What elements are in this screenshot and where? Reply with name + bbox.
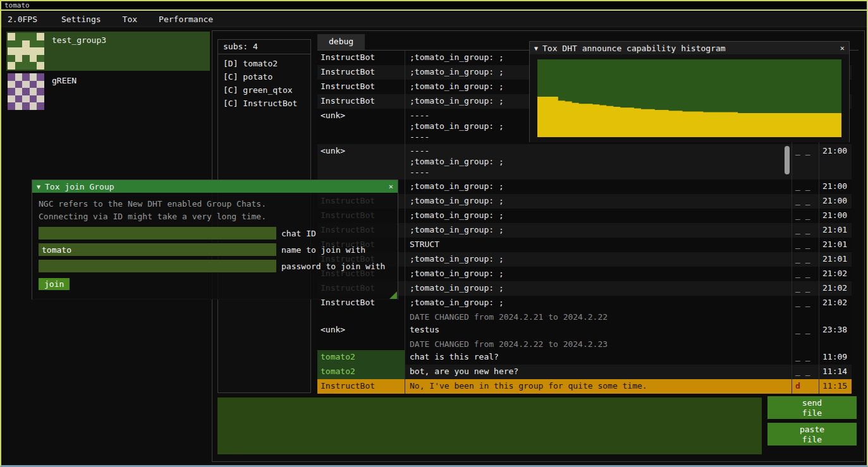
- chat-timestamp: 21:01: [819, 252, 852, 267]
- group-avatar: [8, 73, 44, 110]
- chat-timestamp: 21:02: [819, 296, 852, 310]
- subs-member-InstructBot[interactable]: [C] InstructBot: [218, 97, 310, 110]
- chat-row: tomato2bot, are you new here?_ _11:14: [317, 365, 852, 379]
- close-icon[interactable]: ✕: [389, 182, 393, 191]
- chat-message: ;tomato_in_group: ;: [405, 223, 792, 238]
- chat-message: DATE CHANGED from 2024.2.21 to 2024.2.22: [405, 310, 792, 323]
- chat-status: _ _: [792, 267, 819, 281]
- date-changed-row: DATE CHANGED from 2024.2.21 to 2024.2.22: [317, 310, 852, 323]
- chat-timestamp: [819, 310, 852, 323]
- group-avatar: [8, 33, 44, 70]
- join-help-line: Connecting via ID might take a very long…: [39, 210, 391, 223]
- join-fields: chat IDname to join withpassword to join…: [39, 227, 391, 272]
- tab-debug[interactable]: debug: [317, 34, 365, 50]
- join-field-row: name to join with: [39, 243, 391, 256]
- menu-item-performance[interactable]: Performance: [150, 12, 222, 27]
- group-item-test_group3[interactable]: test_group3: [6, 32, 210, 71]
- histogram-window: ▼ Tox DHT announce capability histogram …: [529, 41, 850, 142]
- chat-timestamp: 21:01: [819, 238, 852, 252]
- subs-list: [D] tomato2[C] potato[C] green_qtox[C] I…: [218, 54, 310, 110]
- window-title: tomato: [4, 1, 30, 9]
- chat-timestamp: 11:15: [819, 379, 852, 394]
- chat-status: _ _: [792, 323, 819, 337]
- chat-timestamp: 21:01: [819, 223, 852, 238]
- chat-sender: [317, 310, 405, 323]
- chat-timestamp: 23:38: [819, 323, 852, 337]
- chat-sender: tomato2: [317, 350, 405, 365]
- subs-member-green_qtox[interactable]: [C] green_qtox: [218, 83, 310, 97]
- dht-capability-histogram: [537, 59, 841, 137]
- fps-counter: 2.0FPS: [1, 12, 44, 27]
- chat-message: ;tomato_in_group: ;: [405, 209, 792, 223]
- window-titlebar[interactable]: tomato: [1, 1, 867, 11]
- join-field-chat-ID[interactable]: [39, 227, 276, 240]
- chat-message: ;tomato_in_group: ;: [405, 267, 792, 281]
- paste-file-button[interactable]: paste file: [767, 423, 857, 446]
- subs-member-potato[interactable]: [C] potato: [218, 70, 310, 83]
- join-field-password-to-join-with[interactable]: [39, 260, 276, 272]
- chat-timestamp: 21:02: [819, 267, 852, 281]
- chat-timestamp: 21:00: [819, 194, 852, 209]
- menu-item-tox[interactable]: Tox: [114, 12, 146, 27]
- chat-status: _ _: [792, 179, 819, 194]
- chat-message: testus: [405, 323, 792, 337]
- chat-sender: <unk>: [317, 323, 405, 337]
- chat-message: ;tomato_in_group: ;: [405, 252, 792, 267]
- join-field-label: chat ID: [281, 229, 316, 238]
- group-item-gREEN[interactable]: gREEN: [6, 72, 210, 111]
- chat-row: <unk>testus_ _23:38: [317, 323, 852, 337]
- histogram-window-titlebar[interactable]: ▼ Tox DHT announce capability histogram …: [530, 42, 849, 54]
- app-window: tomato 2.0FPS SettingsToxPerformance tes…: [0, 0, 868, 467]
- join-button[interactable]: join: [39, 278, 70, 290]
- join-field-row: password to join with: [39, 260, 391, 272]
- chat-timestamp: 21:02: [819, 281, 852, 296]
- chat-row: tomato2chat is this real?_ _11:09: [317, 350, 852, 365]
- join-field-name-to-join-with[interactable]: [39, 243, 276, 256]
- subs-member-tomato2[interactable]: [D] tomato2: [218, 57, 310, 70]
- chat-sender: [317, 337, 405, 350]
- chat-status: d: [792, 379, 819, 394]
- chat-message: bot, are you new here?: [405, 365, 792, 379]
- join-field-label: name to join with: [281, 245, 365, 255]
- chat-sender: InstructBot: [317, 65, 405, 80]
- chat-message: ;tomato_in_group: ;: [405, 194, 792, 209]
- collapse-arrow-icon[interactable]: ▼: [37, 183, 40, 190]
- join-group-window-body: NGC refers to the New DHT enabled Group …: [32, 193, 398, 300]
- join-group-window-titlebar[interactable]: ▼ Tox join Group ✕: [32, 180, 398, 193]
- chat-timestamp: 11:09: [819, 350, 852, 365]
- chat-row: InstructBotNo, I've been in this group f…: [317, 379, 852, 394]
- chat-status: [792, 337, 819, 350]
- chat-sender: InstructBot: [317, 379, 405, 394]
- chat-timestamp: 11:14: [819, 365, 852, 379]
- chat-sender: <unk>: [317, 109, 405, 144]
- chat-message: chat is this real?: [405, 350, 792, 365]
- chat-message: ---- ;tomato_in_group: ; ----: [405, 144, 792, 179]
- message-input[interactable]: [217, 397, 762, 454]
- send-file-button[interactable]: send file: [767, 396, 857, 419]
- collapse-arrow-icon[interactable]: ▼: [534, 45, 538, 52]
- menu-items: SettingsToxPerformance: [52, 12, 226, 27]
- chat-message: ;tomato_in_group: ;: [405, 296, 792, 310]
- chat-status: [792, 310, 819, 323]
- join-field-label: password to join with: [281, 262, 385, 271]
- join-group-window-title: Tox join Group: [45, 182, 114, 191]
- chat-status: _ _: [792, 194, 819, 209]
- chat-message: DATE CHANGED from 2024.2.22 to 2024.2.23: [405, 337, 792, 350]
- join-group-window: ▼ Tox join Group ✕ NGC refers to the New…: [32, 179, 398, 300]
- chat-status: _ _: [792, 238, 819, 252]
- chat-timestamp: 21:00: [819, 209, 852, 223]
- chat-sender: tomato2: [317, 365, 405, 379]
- resize-grip[interactable]: [389, 291, 397, 299]
- menu-item-settings[interactable]: Settings: [52, 12, 110, 27]
- chat-scrollbar-thumb[interactable]: [785, 146, 790, 174]
- chat-row: <unk>---- ;tomato_in_group: ; ----_ _21:…: [317, 144, 852, 179]
- menu-bar: 2.0FPS SettingsToxPerformance: [1, 12, 867, 27]
- chat-message: No, I've been in this group for quite so…: [405, 379, 792, 394]
- chat-sender: <unk>: [317, 144, 405, 179]
- close-icon[interactable]: ✕: [840, 44, 845, 52]
- chat-status: _ _: [792, 209, 819, 223]
- chat-status: _ _: [792, 350, 819, 365]
- chat-timestamp: 21:00: [819, 144, 852, 179]
- chat-sender: InstructBot: [317, 94, 405, 109]
- chat-status: _ _: [792, 144, 819, 179]
